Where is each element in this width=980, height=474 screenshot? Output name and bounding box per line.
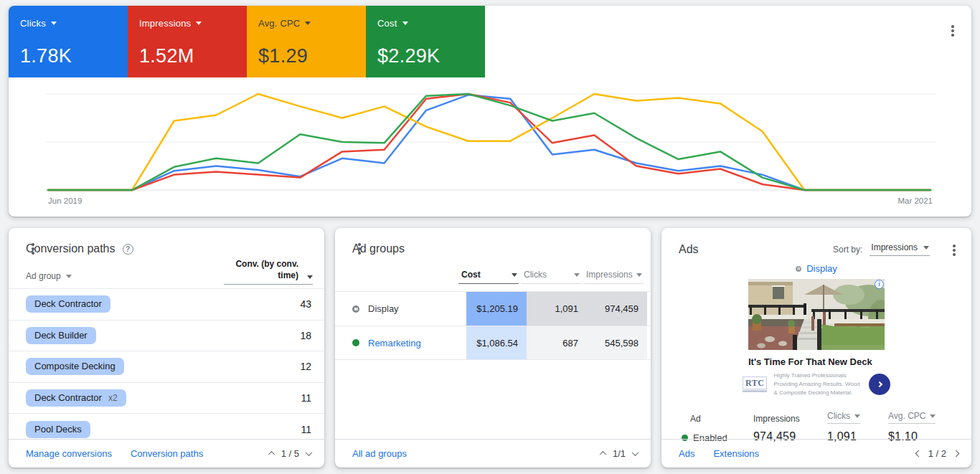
cost-cell: $1,205.19 <box>466 292 527 326</box>
scorecard-avg-cpc-label: Avg. CPC <box>258 18 300 29</box>
stats-header-impressions: Impressions <box>753 414 827 424</box>
conversion-path-row: Composite Decking 12 <box>9 351 324 382</box>
channel-display-link[interactable]: Display <box>806 263 837 274</box>
page-up-button[interactable] <box>268 451 275 458</box>
ad-cta-button[interactable] <box>869 374 890 395</box>
scorecard-clicks-label: Clicks <box>20 18 46 29</box>
column-header-ad-group[interactable]: Ad group <box>26 271 72 281</box>
extensions-link[interactable]: Extensions <box>713 448 759 459</box>
stats-header-clicks-dropdown[interactable]: Clicks <box>827 411 860 424</box>
chevron-down-icon <box>402 22 408 25</box>
conversions-value: 18 <box>300 330 313 341</box>
scorecard-impressions-label: Impressions <box>139 18 191 29</box>
stats-header-ad: Ad <box>682 414 753 424</box>
advertiser-logo: RTC <box>743 376 767 392</box>
ad-group-name: Display <box>368 303 399 314</box>
ad-groups-card: Ad groups Cost Clicks Impressions Displa… <box>335 228 651 468</box>
overview-kebab-menu-button[interactable] <box>946 23 960 39</box>
column-header-cost[interactable]: Cost <box>458 270 519 284</box>
scorecard-impressions-value: 1.52M <box>139 45 235 67</box>
ad-group-row-remarketing: Remarketing $1,086.54 687 545,598 <box>335 326 651 360</box>
x-axis-label-end: Mar 2021 <box>897 196 933 205</box>
column-header-clicks[interactable]: Clicks <box>521 270 581 284</box>
ad-group-name: Remarketing <box>368 338 421 349</box>
page-up-button[interactable] <box>599 451 606 458</box>
stats-header-avg-cpc-dropdown[interactable]: Avg. CPC <box>888 411 936 424</box>
status-paused-icon <box>352 305 359 313</box>
manage-conversions-link[interactable]: Manage conversions <box>26 448 112 459</box>
conversion-path-row: Deck Builder 18 <box>9 320 324 351</box>
scorecard-cost-value: $2.29K <box>377 45 473 67</box>
impressions-cell: 974,459 <box>587 292 647 326</box>
column-header-conversions[interactable]: Conv. (by conv. time) <box>224 258 313 285</box>
chevron-down-icon <box>930 414 936 418</box>
page-indicator: 1/1 <box>613 448 626 459</box>
chevron-down-icon <box>196 22 202 25</box>
chevron-down-icon <box>923 246 929 250</box>
column-header-impressions[interactable]: Impressions <box>583 270 644 284</box>
sort-by-label: Sort by: <box>833 245 862 255</box>
page-previous-button[interactable] <box>915 450 922 458</box>
google-ads-overview-page: { "page": { "background": "#f0f2f4" }, "… <box>0 0 980 474</box>
impressions-cell: 545,598 <box>587 326 647 359</box>
ad-group-chip: Deck Contractorx2 <box>26 389 126 407</box>
overview-chart: Jun 2019 Mar 2021 <box>9 79 971 215</box>
chevron-down-icon <box>51 22 57 25</box>
chevron-down-icon <box>512 273 517 277</box>
chart-line-clicks <box>48 95 930 190</box>
chip-multiplier: x2 <box>108 393 118 403</box>
ads-card: Ads Sort by: Impressions Display <box>661 228 971 468</box>
page-indicator: 1 / 2 <box>928 448 946 459</box>
scorecard-impressions[interactable]: Impressions 1.52M <box>128 6 247 77</box>
ad-headline: It's Time For That New Deck <box>748 356 885 367</box>
chevron-down-icon <box>854 414 860 418</box>
ad-group-chip: Deck Contractor <box>26 295 110 313</box>
status-enabled-icon <box>352 339 359 346</box>
page-down-button[interactable] <box>632 449 639 456</box>
conversions-value: 12 <box>300 361 313 372</box>
chevron-down-icon <box>305 22 311 25</box>
deck-photo-illustration <box>748 279 885 350</box>
chevron-down-icon <box>66 275 72 278</box>
scorecard-avg-cpc[interactable]: Avg. CPC $1.29 <box>247 6 366 77</box>
ad-group-chip: Composite Decking <box>26 358 124 375</box>
chevron-down-icon <box>307 275 313 279</box>
conversion-paths-kebab-menu-button[interactable] <box>26 241 40 257</box>
ad-group-row-display: Display $1,205.19 1,091 974,459 <box>335 291 651 326</box>
scorecard-clicks-value: 1.78K <box>20 45 116 67</box>
ad-group-chip: Pool Decks <box>26 421 90 438</box>
conversions-value: 11 <box>301 392 313 404</box>
chevron-down-icon <box>636 273 642 277</box>
x-axis-label-start: Jun 2019 <box>48 196 82 205</box>
scorecard-avg-cpc-value: $1.29 <box>258 45 354 67</box>
ads-kebab-menu-button[interactable] <box>947 242 961 258</box>
metric-scorecards: Clicks 1.78K Impressions 1.52M Avg. CPC … <box>9 6 485 77</box>
chevron-down-icon <box>574 273 580 277</box>
conversion-paths-card: Conversion paths ? Ad group Conv. (by co… <box>9 228 324 468</box>
page-next-button[interactable] <box>953 450 960 458</box>
status-paused-icon <box>796 266 801 272</box>
ad-group-chip: Deck Builder <box>26 327 96 344</box>
conversions-value: 43 <box>300 298 313 310</box>
page-down-button[interactable] <box>306 449 313 456</box>
ad-preview-image: i <box>748 279 885 350</box>
conversions-value: 11 <box>301 424 313 435</box>
clicks-cell: 1,091 <box>527 292 587 326</box>
conversion-path-row: Deck Contractorx2 11 <box>9 382 324 414</box>
page-indicator: 1 / 5 <box>281 448 299 459</box>
arrow-right-icon <box>877 381 882 387</box>
help-icon[interactable]: ? <box>123 244 133 255</box>
scorecard-cost[interactable]: Cost $2.29K <box>366 6 485 77</box>
conversion-paths-link[interactable]: Conversion paths <box>131 448 203 459</box>
cost-cell: $1,086.54 <box>466 326 527 359</box>
ads-link[interactable]: Ads <box>679 448 694 459</box>
sort-by-dropdown[interactable]: Impressions <box>870 242 930 256</box>
ad-info-icon[interactable]: i <box>875 280 884 289</box>
scorecard-clicks[interactable]: Clicks 1.78K <box>9 6 128 77</box>
conversion-path-row: Deck Contractor 43 <box>9 288 324 320</box>
clicks-cell: 687 <box>527 326 587 359</box>
ads-title: Ads <box>679 243 699 256</box>
all-ad-groups-link[interactable]: All ad groups <box>352 448 407 459</box>
ad-groups-kebab-menu-button[interactable] <box>352 241 367 257</box>
ad-description: Highly Trained Professionals Providing A… <box>773 371 862 397</box>
